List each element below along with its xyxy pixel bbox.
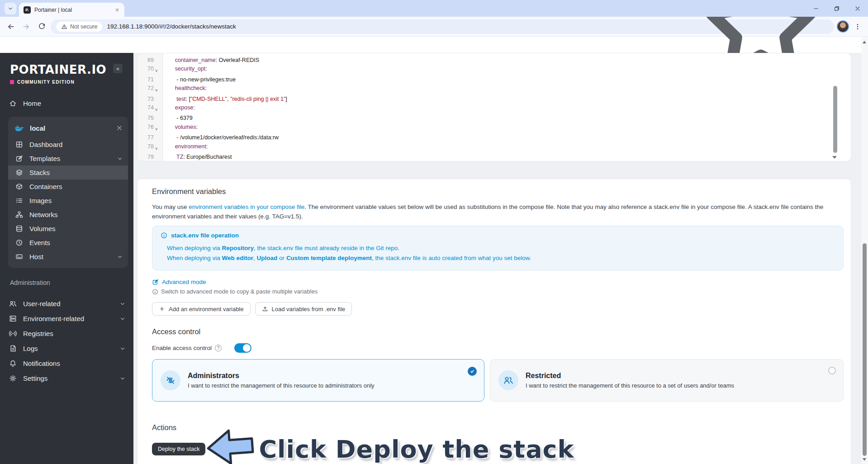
annotation-text: Click Deploy the stack	[259, 435, 574, 464]
profile-avatar[interactable]	[837, 20, 849, 33]
line-gutter: 74v	[138, 104, 163, 114]
administrators-option-card[interactable]: Administrators I want to restrict the ma…	[152, 359, 484, 402]
chevron-down-icon	[120, 316, 125, 322]
gear-icon	[9, 374, 17, 382]
home-icon	[9, 99, 17, 107]
scroll-up-icon[interactable]	[863, 41, 866, 43]
stackenv-info-box: stack.env file operation When deploying …	[152, 226, 844, 270]
selected-check-icon	[468, 367, 477, 376]
editor-scrollbar-thumb[interactable]	[833, 86, 837, 153]
scroll-down-icon[interactable]	[863, 458, 866, 461]
sidebar-item-dashboard[interactable]: Dashboard	[8, 137, 128, 152]
sidebar-item-home[interactable]: Home	[0, 96, 133, 110]
tab-close-icon[interactable]	[113, 6, 121, 14]
unselected-radio[interactable]	[828, 367, 836, 374]
code-line: 73 test: ["CMD-SHELL", "redis-cli ping |…	[138, 95, 851, 104]
compose-env-vars-link[interactable]: environment variables in your compose fi…	[189, 204, 304, 210]
forward-button[interactable]	[20, 20, 33, 33]
clock-icon	[15, 239, 23, 246]
line-gutter: 71	[138, 76, 163, 84]
environment-header[interactable]: local	[8, 118, 128, 137]
load-env-file-button[interactable]: Load variables from .env file	[255, 302, 352, 316]
sidebar-item-label: Settings	[23, 374, 47, 382]
browser-toolbar: Not secure 192.168.1.18:9000/#!/2/docker…	[0, 17, 868, 37]
close-window-button[interactable]	[847, 0, 868, 17]
url-text: 192.168.1.18:9000/#!/2/docker/stacks/new…	[107, 23, 688, 30]
sidebar-collapse-button[interactable]: «	[113, 64, 123, 73]
code-text: volumes:	[163, 123, 198, 133]
browser-menu-button[interactable]	[852, 21, 863, 33]
minimize-button[interactable]	[806, 0, 826, 17]
sidebar-item-networks[interactable]: Networks	[8, 208, 128, 222]
tab-title: Portainer | local	[34, 7, 109, 13]
sidebar-item-volumes[interactable]: Volumes	[8, 222, 128, 236]
line-number: 70	[138, 65, 154, 75]
environment-items: DashboardTemplatesStacksContainersImages…	[8, 137, 128, 264]
sidebar-item-events[interactable]: Events	[8, 236, 128, 250]
line-number: 77	[138, 133, 154, 142]
fold-marker-empty	[154, 133, 160, 142]
environment-close-icon[interactable]	[116, 125, 123, 131]
page-scrollbar-thumb[interactable]	[863, 243, 867, 456]
restricted-option-card[interactable]: Restricted I want to restrict the manage…	[490, 359, 844, 402]
sidebar-item-settings[interactable]: Settings	[0, 371, 133, 386]
tab-list-button[interactable]	[5, 3, 16, 14]
code-text: test: ["CMD-SHELL", "redis-cli ping || e…	[163, 95, 287, 104]
fold-marker-icon[interactable]: v	[154, 84, 160, 95]
fold-marker-icon[interactable]: v	[154, 104, 160, 114]
code-text: healthcheck:	[163, 84, 207, 95]
upload-icon	[262, 306, 268, 312]
line-number: 76	[138, 123, 154, 133]
access-control-toggle[interactable]	[234, 343, 251, 353]
toggle-label-text: Enable access control	[152, 345, 212, 351]
browser-tab[interactable]: P. Portainer | local	[19, 3, 124, 17]
sidebar-item-stacks[interactable]: Stacks	[8, 166, 128, 180]
sidebar-item-registries[interactable]: Registries	[0, 326, 133, 341]
restore-button[interactable]	[826, 0, 847, 17]
sidebar-item-notifications[interactable]: Notifications	[0, 356, 133, 371]
page-scrollbar[interactable]	[861, 37, 868, 464]
code-text: security_opt:	[163, 65, 207, 75]
sidebar-item-user-related[interactable]: User-related	[0, 296, 133, 311]
advanced-mode-link[interactable]: Advanced mode	[152, 279, 206, 285]
not-secure-chip[interactable]: Not secure	[56, 22, 102, 32]
help-icon[interactable]: ?	[215, 345, 222, 351]
access-option-cards: Administrators I want to restrict the ma…	[152, 359, 844, 402]
fold-marker-icon[interactable]: v	[154, 123, 160, 133]
add-env-variable-button[interactable]: Add an environment variable	[152, 302, 251, 316]
edit-icon	[152, 279, 159, 285]
sidebar-item-label: Templates	[29, 155, 60, 162]
code-line: 77 - /volume1/docker/overleaf/redis:/dat…	[138, 133, 851, 142]
fold-marker-empty	[154, 153, 160, 161]
advanced-mode-note: Switch to advanced mode to copy & paste …	[152, 288, 844, 295]
grid-icon	[15, 141, 23, 148]
fold-marker-icon[interactable]: v	[154, 142, 160, 153]
main-content: 69 container_name: Overleaf-REDIS70v sec…	[133, 53, 868, 464]
address-bar[interactable]: Not secure 192.168.1.18:9000/#!/2/docker…	[51, 19, 834, 34]
sidebar-item-environment-related[interactable]: Environment-related	[0, 311, 133, 326]
enable-access-control-row: Enable access control ?	[152, 343, 844, 353]
line-gutter: 69	[138, 56, 163, 65]
editor-scroll-down-icon[interactable]	[832, 156, 837, 159]
refresh-icon	[38, 23, 46, 30]
sidebar-item-templates[interactable]: Templates	[8, 152, 128, 166]
sidebar-item-host[interactable]: Host	[8, 250, 128, 264]
administration-items: User-relatedEnvironment-relatedRegistrie…	[0, 296, 133, 386]
sidebar-item-label: Registries	[23, 330, 53, 337]
back-button[interactable]	[5, 20, 17, 33]
administration-label: Administration	[10, 279, 133, 286]
fold-marker-icon[interactable]: v	[154, 65, 160, 75]
refresh-button[interactable]	[35, 20, 48, 33]
edition-label: COMMUNITY EDITION	[10, 80, 133, 85]
sidebar-item-images[interactable]: Images	[8, 194, 128, 208]
env-var-buttons: Add an environment variable Load variabl…	[152, 302, 844, 316]
layers-icon	[15, 169, 23, 176]
network-icon	[15, 211, 23, 218]
compose-editor[interactable]: 69 container_name: Overleaf-REDIS70v sec…	[138, 53, 851, 161]
sidebar-item-logs[interactable]: Logs	[0, 341, 133, 356]
code-line: 71 - no-new-privileges:true	[138, 76, 851, 84]
deploy-the-stack-button[interactable]: Deploy the stack	[152, 443, 205, 455]
sidebar-item-containers[interactable]: Containers	[8, 180, 128, 194]
environment-variables-heading: Environment variables	[152, 187, 844, 196]
annotation-arrow-icon	[205, 425, 256, 464]
